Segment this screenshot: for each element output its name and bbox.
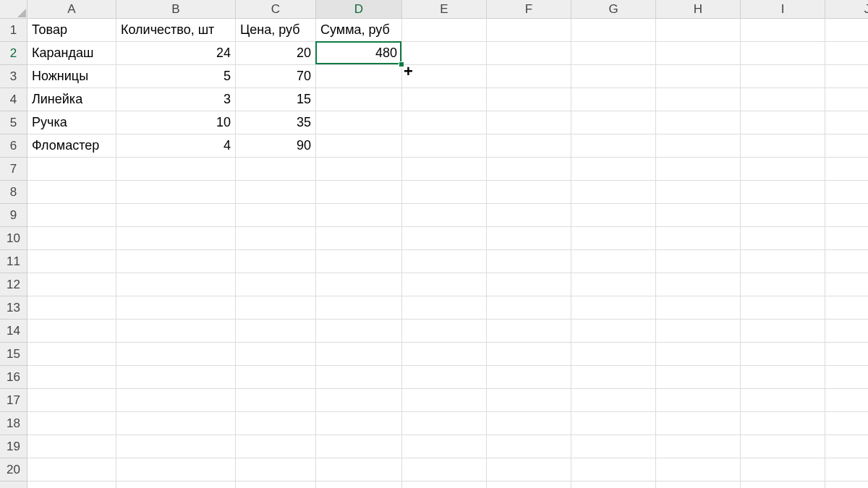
cell-E8[interactable]	[402, 181, 487, 204]
cell-G3[interactable]	[571, 65, 656, 88]
cell-H20[interactable]	[656, 458, 741, 481]
cell-E5[interactable]	[402, 111, 487, 134]
cell-C8[interactable]	[236, 181, 316, 204]
cell-E19[interactable]	[402, 435, 487, 458]
cell-G5[interactable]	[571, 111, 656, 134]
cell-F14[interactable]	[487, 320, 571, 343]
cell-E4[interactable]	[402, 88, 487, 111]
cell-J7[interactable]	[825, 158, 868, 181]
cell-E11[interactable]	[402, 250, 487, 273]
row-header-18[interactable]: 18	[0, 412, 27, 435]
cell-B10[interactable]	[116, 227, 236, 250]
cell-D11[interactable]	[316, 250, 402, 273]
cell-I9[interactable]	[741, 204, 825, 227]
cell-B9[interactable]	[116, 204, 236, 227]
cell-B16[interactable]	[116, 366, 236, 389]
row-header-9[interactable]: 9	[0, 204, 27, 227]
row-header-13[interactable]: 13	[0, 296, 27, 320]
cell-I13[interactable]	[741, 296, 825, 320]
cell-H16[interactable]	[656, 366, 741, 389]
cell-F12[interactable]	[487, 273, 571, 296]
cell-G17[interactable]	[571, 389, 656, 412]
cell-D5[interactable]	[316, 111, 402, 134]
cell-D13[interactable]	[316, 296, 402, 320]
column-header-B[interactable]: B	[116, 0, 236, 19]
row-header-21[interactable]: 21	[0, 481, 27, 488]
cell-D18[interactable]	[316, 412, 402, 435]
cell-B5[interactable]: 10	[116, 111, 236, 134]
row-header-6[interactable]: 6	[0, 134, 27, 158]
cell-J21[interactable]	[825, 481, 868, 488]
cell-F21[interactable]	[487, 481, 571, 488]
cell-A10[interactable]	[27, 227, 116, 250]
cell-E21[interactable]	[402, 481, 487, 488]
cell-I19[interactable]	[741, 435, 825, 458]
cell-A8[interactable]	[27, 181, 116, 204]
cell-E3[interactable]	[402, 65, 487, 88]
cell-F13[interactable]	[487, 296, 571, 320]
cell-J18[interactable]	[825, 412, 868, 435]
cell-D19[interactable]	[316, 435, 402, 458]
cell-G1[interactable]	[571, 19, 656, 42]
cell-H11[interactable]	[656, 250, 741, 273]
cell-I16[interactable]	[741, 366, 825, 389]
cell-I12[interactable]	[741, 273, 825, 296]
cell-C7[interactable]	[236, 158, 316, 181]
cell-F16[interactable]	[487, 366, 571, 389]
cell-D14[interactable]	[316, 320, 402, 343]
cell-I17[interactable]	[741, 389, 825, 412]
cell-E1[interactable]	[402, 19, 487, 42]
cell-H3[interactable]	[656, 65, 741, 88]
cell-F11[interactable]	[487, 250, 571, 273]
cell-A20[interactable]	[27, 458, 116, 481]
cell-J3[interactable]	[825, 65, 868, 88]
cell-C10[interactable]	[236, 227, 316, 250]
cell-C2[interactable]: 20	[236, 42, 316, 65]
cell-D6[interactable]	[316, 134, 402, 158]
cell-D7[interactable]	[316, 158, 402, 181]
cell-I7[interactable]	[741, 158, 825, 181]
cell-C21[interactable]	[236, 481, 316, 488]
cell-H1[interactable]	[656, 19, 741, 42]
cell-B12[interactable]	[116, 273, 236, 296]
column-header-E[interactable]: E	[402, 0, 487, 19]
cell-J12[interactable]	[825, 273, 868, 296]
cell-B11[interactable]	[116, 250, 236, 273]
cell-E7[interactable]	[402, 158, 487, 181]
cell-A13[interactable]	[27, 296, 116, 320]
cell-I4[interactable]	[741, 88, 825, 111]
cell-E12[interactable]	[402, 273, 487, 296]
cell-B3[interactable]: 5	[116, 65, 236, 88]
row-header-12[interactable]: 12	[0, 273, 27, 296]
cell-E9[interactable]	[402, 204, 487, 227]
cell-H18[interactable]	[656, 412, 741, 435]
cell-E14[interactable]	[402, 320, 487, 343]
cell-B14[interactable]	[116, 320, 236, 343]
row-header-15[interactable]: 15	[0, 343, 27, 366]
cell-D2[interactable]: 480	[316, 42, 402, 65]
cell-C13[interactable]	[236, 296, 316, 320]
cell-I8[interactable]	[741, 181, 825, 204]
cell-H14[interactable]	[656, 320, 741, 343]
cell-E16[interactable]	[402, 366, 487, 389]
cell-H13[interactable]	[656, 296, 741, 320]
cell-F3[interactable]	[487, 65, 571, 88]
row-header-2[interactable]: 2	[0, 42, 27, 65]
cell-D4[interactable]	[316, 88, 402, 111]
cell-I14[interactable]	[741, 320, 825, 343]
row-header-14[interactable]: 14	[0, 320, 27, 343]
cell-G12[interactable]	[571, 273, 656, 296]
cell-I21[interactable]	[741, 481, 825, 488]
cell-I15[interactable]	[741, 343, 825, 366]
cell-G18[interactable]	[571, 412, 656, 435]
cell-B18[interactable]	[116, 412, 236, 435]
column-header-A[interactable]: A	[27, 0, 116, 19]
cell-G16[interactable]	[571, 366, 656, 389]
cell-F2[interactable]	[487, 42, 571, 65]
cell-J10[interactable]	[825, 227, 868, 250]
cell-I6[interactable]	[741, 134, 825, 158]
cell-I3[interactable]	[741, 65, 825, 88]
cell-J15[interactable]	[825, 343, 868, 366]
cell-J5[interactable]	[825, 111, 868, 134]
cell-D15[interactable]	[316, 343, 402, 366]
